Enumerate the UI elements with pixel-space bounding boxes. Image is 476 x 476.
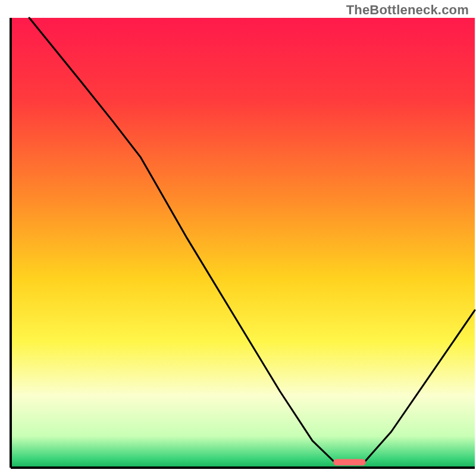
optimal-marker [333, 459, 366, 466]
bottleneck-chart [0, 0, 476, 476]
chart-container: TheBottleneck.com [0, 0, 476, 476]
gradient-background [11, 18, 475, 468]
watermark-text: TheBottleneck.com [346, 2, 469, 18]
